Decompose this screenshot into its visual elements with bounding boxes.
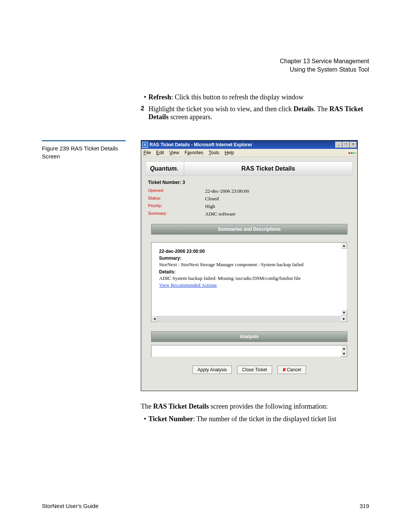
bullet-refresh: • Refresh: Click this button to refresh …: [141, 93, 369, 101]
analysis-header: Analysis: [151, 331, 347, 342]
menu-tools[interactable]: Tools: [209, 150, 219, 155]
ie-icon: e: [142, 142, 148, 148]
summaries-panel: 22-dec-2006 23:00:00 Summary: StorNext :…: [151, 242, 347, 322]
event-summary-text: StorNext : StorNext Storage Manager comp…: [159, 262, 339, 268]
menubar: File Edit View Favorites Tools Help ▪▪▪▪: [141, 149, 357, 157]
minimize-button[interactable]: _: [335, 142, 342, 148]
close-window-button[interactable]: ×: [350, 142, 357, 148]
after-intro: The RAS Ticket Details screen provides t…: [141, 403, 369, 411]
row-status: Status: Closed: [148, 196, 350, 202]
chapter-line: Chapter 13 Service Management: [42, 57, 369, 66]
menu-help[interactable]: Help: [225, 150, 234, 155]
row-opened: Opened: 22-dec-2006 23:00:00: [148, 188, 350, 194]
view-recommended-actions-link[interactable]: View Recommended Actions: [159, 282, 339, 288]
ticket-number: Ticket Number: 3: [148, 180, 350, 185]
row-summary: Summary: ADIC software: [148, 211, 350, 217]
window-title: RAS Ticket Details - Microsoft Internet …: [150, 142, 335, 147]
summaries-header: Summaries and Descriptions: [151, 224, 347, 235]
button-row: Apply Analysis Close Ticket ✘Cancel: [146, 357, 353, 386]
scroll-right-button[interactable]: ►: [341, 316, 347, 322]
event-details-text: ADIC System backup failed: Missing /usr/…: [159, 275, 339, 281]
figure-rule: [42, 140, 126, 141]
menu-view[interactable]: View: [169, 150, 179, 155]
menu-favorites[interactable]: Favorites: [185, 150, 203, 155]
event-timestamp: 22-dec-2006 23:00:00: [159, 249, 339, 254]
event-summary-label: Summary:: [159, 256, 339, 261]
refresh-label: Refresh: [148, 93, 171, 101]
scroll-down-button[interactable]: ▼: [341, 310, 347, 316]
maximize-button[interactable]: □: [342, 142, 349, 148]
titlebar: e RAS Ticket Details - Microsoft Interne…: [141, 141, 357, 149]
figure-caption: Figure 239 RAS Ticket Details Screen: [42, 144, 126, 160]
event-details-label: Details:: [159, 269, 339, 275]
menu-file[interactable]: File: [143, 150, 151, 155]
brand-label: Quantum.: [146, 162, 184, 176]
horizontal-scrollbar[interactable]: ◄ ►: [151, 316, 347, 322]
cancel-button[interactable]: ✘Cancel: [277, 366, 306, 374]
close-ticket-button[interactable]: Close Ticket: [237, 366, 272, 374]
scroll-up-button[interactable]: ▲: [341, 243, 347, 249]
step-2: 2 Highlight the ticket you wish to view,…: [141, 105, 369, 121]
ras-ticket-details-window: e RAS Ticket Details - Microsoft Interne…: [141, 140, 358, 391]
scroll-left-button[interactable]: ◄: [151, 316, 158, 322]
footer-left: StorNext User's Guide: [42, 503, 99, 509]
page-title: RAS Ticket Details: [184, 165, 352, 172]
ticket-info: Ticket Number: 3 Opened: 22-dec-2006 23:…: [146, 176, 353, 224]
apply-analysis-button[interactable]: Apply Analysis: [193, 366, 232, 374]
page-footer: StorNext User's Guide 319: [42, 503, 369, 509]
analysis-textarea[interactable]: ▲ ▼: [151, 345, 347, 357]
section-line: Using the System Status Tool: [42, 66, 369, 74]
step-number: 2: [141, 105, 148, 121]
row-priority: Priority: High: [148, 203, 350, 209]
footer-page-number: 319: [360, 503, 369, 509]
windows-logo-icon: ▪▪▪▪: [348, 150, 356, 157]
bullet-ticket-number: • Ticket Number: The number of the ticke…: [141, 415, 369, 423]
page-header: Chapter 13 Service Management Using the …: [42, 57, 369, 74]
refresh-text: : Click this button to refresh the displ…: [171, 93, 304, 101]
content-header: Quantum. RAS Ticket Details: [146, 161, 353, 176]
menu-edit[interactable]: Edit: [156, 150, 164, 155]
analysis-scroll-down[interactable]: ▼: [341, 351, 347, 357]
